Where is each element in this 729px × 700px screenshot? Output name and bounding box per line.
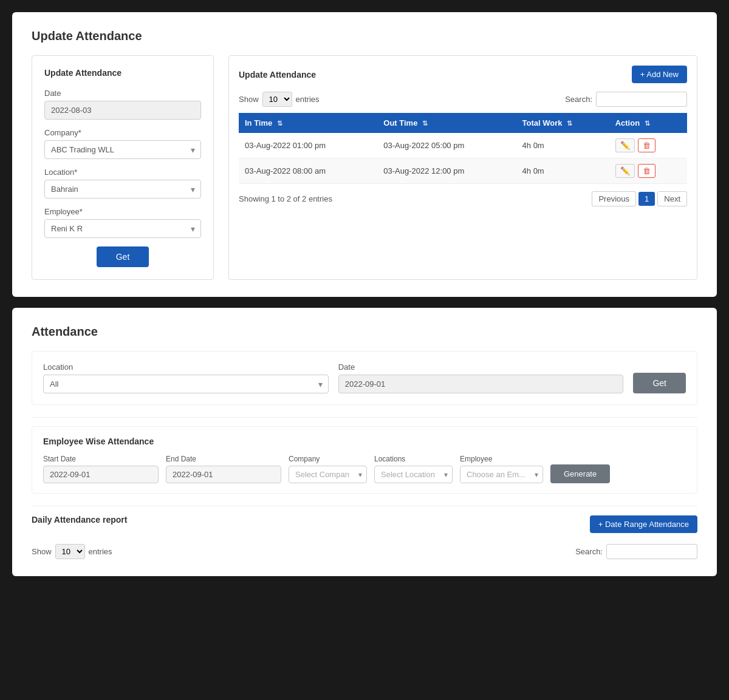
- row2-delete-button[interactable]: 🗑: [638, 164, 655, 178]
- show-label: Show: [239, 95, 259, 104]
- ew-employee-select[interactable]: Choose an Em...: [460, 466, 543, 483]
- left-form-title: Update Attendance: [44, 68, 201, 78]
- search-bottom-label: Search:: [575, 547, 603, 556]
- start-date-group: Start Date: [43, 455, 159, 483]
- show-bottom-select[interactable]: 10: [55, 544, 85, 559]
- search-input[interactable]: [596, 92, 687, 107]
- table-row: 03-Aug-2022 01:00 pm 03-Aug-2022 05:00 p…: [239, 133, 687, 158]
- start-date-input[interactable]: [43, 466, 159, 483]
- total-work-sort-icon[interactable]: ⇅: [567, 120, 572, 127]
- ew-locations-label: Locations: [374, 455, 453, 463]
- employee-select-wrapper: Reni K R: [44, 219, 201, 238]
- location-select[interactable]: Bahrain: [44, 180, 201, 199]
- table-footer: Showing 1 to 2 of 2 entries Previous 1 N…: [239, 191, 687, 206]
- location-select-wrapper: Bahrain: [44, 180, 201, 199]
- col-total-work: Total Work ⇅: [516, 113, 609, 133]
- right-section-title: Update Attendance: [239, 70, 316, 80]
- row2-in-time: 03-Aug-2022 08:00 am: [239, 158, 377, 184]
- previous-button[interactable]: Previous: [592, 191, 636, 206]
- search-bottom-input[interactable]: [606, 544, 697, 559]
- row2-out-time: 03-Aug-2022 12:00 pm: [377, 158, 516, 184]
- location-filter-select[interactable]: All: [43, 375, 329, 393]
- date-filter-input[interactable]: [338, 375, 624, 393]
- entries-label: entries: [296, 95, 320, 104]
- attendance-table-head: In Time ⇅ Out Time ⇅ Total Work ⇅ Acti: [239, 113, 687, 133]
- table-showing-text: Showing 1 to 2 of 2 entries: [239, 194, 332, 203]
- end-date-input[interactable]: [166, 466, 281, 483]
- search-box: Search:: [565, 92, 687, 107]
- ew-locations-group: Locations Select Location: [374, 455, 453, 483]
- daily-report-section: Daily Attendance report + Date Range Att…: [32, 515, 697, 559]
- table-controls: Show 10 entries Search:: [239, 92, 687, 107]
- show-bottom-label: Show: [32, 547, 52, 556]
- date-input[interactable]: [44, 101, 201, 120]
- ew-company-select[interactable]: Select Compan: [289, 466, 367, 483]
- ew-employee-group: Employee Choose an Em...: [460, 455, 543, 483]
- entries-bottom-label: entries: [89, 547, 112, 556]
- search-label: Search:: [565, 95, 592, 104]
- generate-button[interactable]: Generate: [550, 464, 610, 483]
- company-select-wrapper: ABC Trading WLL: [44, 140, 201, 159]
- row1-in-time: 03-Aug-2022 01:00 pm: [239, 133, 377, 158]
- daily-report-header: Daily Attendance report + Date Range Att…: [32, 515, 697, 533]
- ew-company-group: Company Select Compan: [289, 455, 367, 483]
- ew-employee-label: Employee: [460, 455, 543, 463]
- date-label: Date: [44, 89, 201, 98]
- attendance-table: In Time ⇅ Out Time ⇅ Total Work ⇅ Acti: [239, 113, 687, 184]
- ew-employee-select-wrapper: Choose an Em...: [460, 466, 543, 483]
- show-entries-bottom: Show 10 entries: [32, 544, 112, 559]
- left-form-get-button[interactable]: Get: [97, 246, 149, 267]
- date-filter-group: Date: [338, 362, 624, 393]
- current-page[interactable]: 1: [638, 192, 655, 206]
- in-time-sort-icon[interactable]: ⇅: [277, 120, 282, 127]
- row2-edit-button[interactable]: ✏️: [615, 164, 635, 178]
- attendance-table-body: 03-Aug-2022 01:00 pm 03-Aug-2022 05:00 p…: [239, 133, 687, 184]
- bottom-controls: Show 10 entries Search:: [32, 542, 697, 559]
- show-entries: Show 10 entries: [239, 92, 320, 107]
- company-select[interactable]: ABC Trading WLL: [44, 140, 201, 159]
- ew-locations-select-wrapper: Select Location: [374, 466, 453, 483]
- pagination: Previous 1 Next: [592, 191, 687, 206]
- attendance-get-button[interactable]: Get: [633, 373, 686, 393]
- show-entries-select[interactable]: 10: [262, 92, 292, 107]
- location-filter-select-wrapper: All: [43, 375, 329, 393]
- action-sort-icon[interactable]: ⇅: [645, 120, 650, 127]
- ew-locations-select[interactable]: Select Location: [374, 466, 453, 483]
- row2-total-work: 4h 0m: [516, 158, 609, 184]
- employee-wise-title: Employee Wise Attendance: [43, 437, 686, 446]
- row2-action-buttons: ✏️ 🗑: [615, 164, 681, 178]
- ew-company-label: Company: [289, 455, 367, 463]
- location-form-group: Location* Bahrain: [44, 168, 201, 199]
- ew-company-select-wrapper: Select Compan: [289, 466, 367, 483]
- employee-wise-row: Start Date End Date Company Select Compa…: [43, 455, 686, 483]
- col-out-time: Out Time ⇅: [377, 113, 516, 133]
- attendance-panel: Attendance Location All Date Get Employe…: [12, 308, 717, 576]
- table-row: 03-Aug-2022 08:00 am 03-Aug-2022 12:00 p…: [239, 158, 687, 184]
- out-time-sort-icon[interactable]: ⇅: [422, 120, 428, 127]
- update-attendance-right-section: Update Attendance + Add New Show 10 entr…: [228, 55, 697, 280]
- col-in-time: In Time ⇅: [239, 113, 377, 133]
- row1-out-time: 03-Aug-2022 05:00 pm: [377, 133, 516, 158]
- attendance-panel-title: Attendance: [32, 325, 697, 339]
- employee-form-group: Employee* Reni K R: [44, 207, 201, 238]
- row1-action-buttons: ✏️ 🗑: [615, 138, 681, 152]
- end-date-label: End Date: [166, 455, 281, 463]
- row1-edit-button[interactable]: ✏️: [615, 138, 635, 152]
- date-range-button[interactable]: + Date Range Attendance: [590, 515, 697, 533]
- row2-actions: ✏️ 🗑: [609, 158, 687, 184]
- next-button[interactable]: Next: [657, 191, 687, 206]
- row1-delete-button[interactable]: 🗑: [638, 138, 655, 152]
- row1-total-work: 4h 0m: [516, 133, 609, 158]
- employee-label: Employee*: [44, 207, 201, 216]
- update-attendance-panel: Update Attendance Update Attendance Date…: [12, 12, 717, 297]
- employee-select[interactable]: Reni K R: [44, 219, 201, 238]
- update-attendance-left-form: Update Attendance Date Company* ABC Trad…: [32, 55, 214, 280]
- company-form-group: Company* ABC Trading WLL: [44, 128, 201, 159]
- add-new-button[interactable]: + Add New: [632, 66, 687, 83]
- location-filter-label: Location: [43, 362, 329, 372]
- row1-actions: ✏️ 🗑: [609, 133, 687, 158]
- right-section-header: Update Attendance + Add New: [239, 66, 687, 83]
- start-date-label: Start Date: [43, 455, 159, 463]
- search-bottom: Search:: [575, 544, 697, 559]
- company-label: Company*: [44, 128, 201, 137]
